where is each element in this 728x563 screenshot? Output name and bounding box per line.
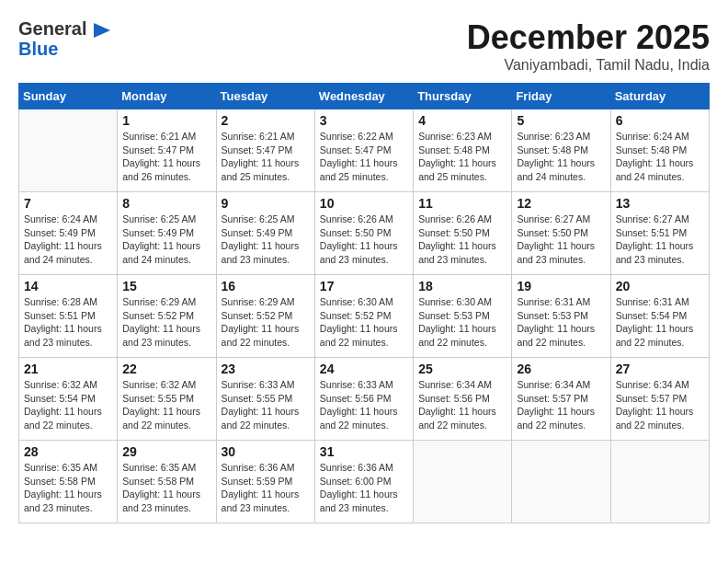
calendar-week-row: 21Sunrise: 6:32 AMSunset: 5:54 PMDayligh… — [19, 358, 710, 441]
sunrise-text: Sunrise: 6:32 AM — [122, 378, 210, 392]
daylight-text: Daylight: 11 hours and 23 minutes. — [517, 239, 605, 266]
sunset-text: Sunset: 5:48 PM — [517, 144, 605, 157]
calendar-week-row: 7Sunrise: 6:24 AMSunset: 5:49 PMDaylight… — [19, 192, 710, 275]
daylight-text: Daylight: 11 hours and 24 minutes. — [517, 156, 605, 183]
day-number: 18 — [418, 279, 506, 293]
day-number: 5 — [517, 113, 605, 128]
weekday-header: Saturday — [610, 84, 709, 109]
day-number: 19 — [517, 279, 605, 293]
calendar-cell: 1Sunrise: 6:21 AMSunset: 5:47 PMDaylight… — [118, 109, 216, 192]
sunrise-text: Sunrise: 6:33 AM — [222, 378, 310, 392]
day-number: 27 — [616, 362, 704, 376]
daylight-text: Daylight: 11 hours and 22 minutes. — [24, 405, 112, 431]
calendar-cell: 3Sunrise: 6:22 AMSunset: 5:47 PMDaylight… — [314, 109, 413, 192]
daylight-text: Daylight: 11 hours and 22 minutes. — [320, 405, 408, 431]
day-info: Sunrise: 6:35 AMSunset: 5:58 PMDaylight:… — [122, 461, 210, 515]
day-number: 17 — [320, 279, 408, 293]
day-number: 3 — [320, 113, 408, 128]
day-info: Sunrise: 6:30 AMSunset: 5:53 PMDaylight:… — [418, 295, 506, 350]
daylight-text: Daylight: 11 hours and 23 minutes. — [616, 239, 704, 266]
day-info: Sunrise: 6:36 AMSunset: 6:00 PMDaylight:… — [320, 461, 408, 515]
sunrise-text: Sunrise: 6:23 AM — [418, 130, 506, 144]
sunrise-text: Sunrise: 6:30 AM — [320, 295, 408, 309]
sunset-text: Sunset: 5:50 PM — [517, 226, 605, 240]
daylight-text: Daylight: 11 hours and 22 minutes. — [222, 405, 310, 431]
sunset-text: Sunset: 5:49 PM — [24, 226, 112, 240]
day-info: Sunrise: 6:35 AMSunset: 5:58 PMDaylight:… — [24, 461, 112, 515]
day-info: Sunrise: 6:29 AMSunset: 5:52 PMDaylight:… — [222, 295, 310, 350]
calendar-cell: 18Sunrise: 6:30 AMSunset: 5:53 PMDayligh… — [414, 275, 512, 358]
sunrise-text: Sunrise: 6:23 AM — [517, 130, 605, 144]
day-info: Sunrise: 6:24 AMSunset: 5:49 PMDaylight:… — [24, 213, 112, 267]
daylight-text: Daylight: 11 hours and 22 minutes. — [616, 322, 704, 349]
day-number: 15 — [122, 279, 210, 293]
calendar-cell: 16Sunrise: 6:29 AMSunset: 5:52 PMDayligh… — [216, 275, 314, 358]
logo: General Blue — [18, 18, 110, 59]
day-number: 7 — [24, 196, 112, 211]
sunrise-text: Sunrise: 6:31 AM — [616, 295, 704, 309]
location-title: Vaniyambadi, Tamil Nadu, India — [467, 57, 710, 74]
sunrise-text: Sunrise: 6:34 AM — [616, 378, 704, 392]
day-number: 24 — [320, 362, 408, 376]
day-info: Sunrise: 6:27 AMSunset: 5:51 PMDaylight:… — [616, 213, 704, 267]
calendar-cell: 12Sunrise: 6:27 AMSunset: 5:50 PMDayligh… — [512, 192, 610, 275]
calendar-cell: 8Sunrise: 6:25 AMSunset: 5:49 PMDaylight… — [118, 192, 216, 275]
calendar-cell: 7Sunrise: 6:24 AMSunset: 5:49 PMDaylight… — [19, 192, 118, 275]
sunset-text: Sunset: 5:47 PM — [320, 144, 408, 157]
day-number: 26 — [517, 362, 605, 376]
sunrise-text: Sunrise: 6:22 AM — [320, 130, 408, 144]
day-info: Sunrise: 6:24 AMSunset: 5:48 PMDaylight:… — [616, 130, 704, 184]
sunset-text: Sunset: 5:53 PM — [418, 309, 506, 323]
sunrise-text: Sunrise: 6:27 AM — [616, 213, 704, 226]
day-number: 30 — [222, 444, 310, 459]
weekday-header: Sunday — [19, 84, 118, 109]
day-info: Sunrise: 6:30 AMSunset: 5:52 PMDaylight:… — [320, 295, 408, 350]
sunset-text: Sunset: 5:57 PM — [517, 392, 605, 406]
day-number: 10 — [320, 196, 408, 211]
day-info: Sunrise: 6:23 AMSunset: 5:48 PMDaylight:… — [418, 130, 506, 184]
day-number: 1 — [122, 113, 210, 128]
day-info: Sunrise: 6:36 AMSunset: 5:59 PMDaylight:… — [222, 461, 310, 515]
calendar-week-row: 1Sunrise: 6:21 AMSunset: 5:47 PMDaylight… — [19, 109, 710, 192]
sunrise-text: Sunrise: 6:21 AM — [222, 130, 310, 144]
calendar-header-row: SundayMondayTuesdayWednesdayThursdayFrid… — [19, 84, 710, 109]
day-number: 29 — [122, 444, 210, 459]
sunset-text: Sunset: 5:47 PM — [222, 144, 310, 157]
sunset-text: Sunset: 5:48 PM — [616, 144, 704, 157]
sunrise-text: Sunrise: 6:26 AM — [320, 213, 408, 226]
day-info: Sunrise: 6:25 AMSunset: 5:49 PMDaylight:… — [222, 213, 310, 267]
day-number: 31 — [320, 444, 408, 459]
calendar-cell: 21Sunrise: 6:32 AMSunset: 5:54 PMDayligh… — [19, 358, 118, 441]
daylight-text: Daylight: 11 hours and 23 minutes. — [222, 239, 310, 266]
page-header: General Blue December 2025 Vaniyambadi, … — [18, 18, 710, 74]
calendar-cell: 25Sunrise: 6:34 AMSunset: 5:56 PMDayligh… — [414, 358, 512, 441]
day-number: 8 — [122, 196, 210, 211]
sunset-text: Sunset: 5:51 PM — [24, 309, 112, 323]
sunrise-text: Sunrise: 6:34 AM — [517, 378, 605, 392]
calendar-cell: 27Sunrise: 6:34 AMSunset: 5:57 PMDayligh… — [610, 358, 709, 441]
calendar-cell — [414, 441, 512, 523]
sunset-text: Sunset: 5:51 PM — [616, 226, 704, 240]
weekday-header: Wednesday — [314, 84, 413, 109]
weekday-header: Friday — [512, 84, 610, 109]
day-number: 13 — [616, 196, 704, 211]
day-info: Sunrise: 6:31 AMSunset: 5:54 PMDaylight:… — [616, 295, 704, 350]
calendar-cell: 28Sunrise: 6:35 AMSunset: 5:58 PMDayligh… — [19, 441, 118, 523]
day-info: Sunrise: 6:29 AMSunset: 5:52 PMDaylight:… — [122, 295, 210, 350]
day-info: Sunrise: 6:26 AMSunset: 5:50 PMDaylight:… — [320, 213, 408, 267]
sunset-text: Sunset: 5:50 PM — [320, 226, 408, 240]
day-number: 21 — [24, 362, 112, 376]
day-info: Sunrise: 6:22 AMSunset: 5:47 PMDaylight:… — [320, 130, 408, 184]
sunrise-text: Sunrise: 6:33 AM — [320, 378, 408, 392]
day-number: 11 — [418, 196, 506, 211]
day-info: Sunrise: 6:34 AMSunset: 5:57 PMDaylight:… — [616, 378, 704, 432]
day-info: Sunrise: 6:31 AMSunset: 5:53 PMDaylight:… — [517, 295, 605, 350]
sunset-text: Sunset: 5:54 PM — [616, 309, 704, 323]
day-number: 23 — [222, 362, 310, 376]
day-info: Sunrise: 6:33 AMSunset: 5:56 PMDaylight:… — [320, 378, 408, 432]
day-info: Sunrise: 6:25 AMSunset: 5:49 PMDaylight:… — [122, 213, 210, 267]
sunset-text: Sunset: 5:56 PM — [320, 392, 408, 406]
sunset-text: Sunset: 5:56 PM — [418, 392, 506, 406]
sunrise-text: Sunrise: 6:32 AM — [24, 378, 112, 392]
day-number: 12 — [517, 196, 605, 211]
